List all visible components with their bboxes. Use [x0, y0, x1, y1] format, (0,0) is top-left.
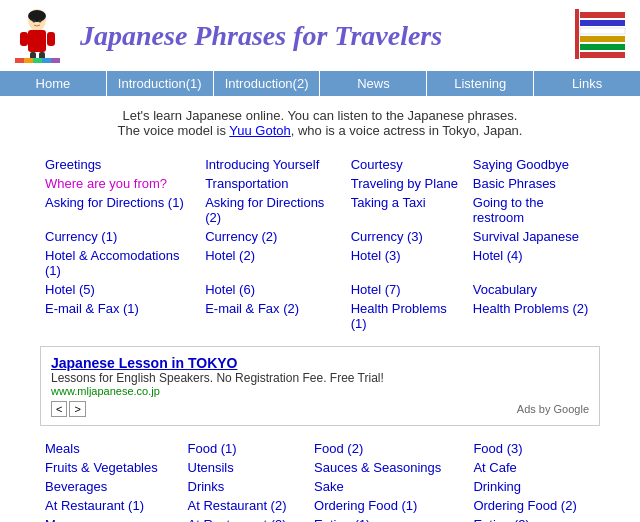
- ad-title[interactable]: Japanese Lesson in TOKYO: [51, 355, 589, 371]
- main-link-cell: Greetings: [40, 155, 200, 174]
- main-link[interactable]: Hotel (5): [45, 282, 95, 297]
- main-link[interactable]: Traveling by Plane: [351, 176, 458, 191]
- voice-actress-link[interactable]: Yuu Gotoh: [229, 123, 290, 138]
- main-link[interactable]: Hotel (6): [205, 282, 255, 297]
- main-link[interactable]: Greetings: [45, 157, 101, 172]
- main-link[interactable]: Hotel & Accomodations (1): [45, 248, 179, 278]
- food-link[interactable]: Sake: [314, 479, 344, 494]
- food-links-table: MealsFood (1)Food (2)Food (3)Fruits & Ve…: [40, 439, 600, 522]
- main-link[interactable]: Hotel (4): [473, 248, 523, 263]
- main-link[interactable]: Health Problems (1): [351, 301, 447, 331]
- main-link-cell: Basic Phrases: [468, 174, 600, 193]
- food-link-cell: Food (2): [309, 439, 468, 458]
- table-row: Where are you from?TransportationTraveli…: [40, 174, 600, 193]
- food-link-cell: Ordering Food (1): [309, 496, 468, 515]
- main-link[interactable]: Courtesy: [351, 157, 403, 172]
- main-link-cell: Hotel (6): [200, 280, 346, 299]
- nav-news[interactable]: News: [320, 71, 427, 96]
- main-link-cell: Survival Japanese: [468, 227, 600, 246]
- svg-point-6: [28, 10, 46, 22]
- food-link-cell: Menu: [40, 515, 183, 522]
- main-link-cell: Hotel & Accomodations (1): [40, 246, 200, 280]
- food-link[interactable]: Ordering Food (2): [473, 498, 576, 513]
- main-link[interactable]: Hotel (7): [351, 282, 401, 297]
- main-link[interactable]: Basic Phrases: [473, 176, 556, 191]
- main-link[interactable]: Currency (1): [45, 229, 117, 244]
- svg-rect-1: [28, 30, 46, 52]
- ad-navigation[interactable]: < >: [51, 401, 86, 417]
- main-link-cell: Saying Goodbye: [468, 155, 600, 174]
- table-row: E-mail & Fax (1)E-mail & Fax (2)Health P…: [40, 299, 600, 333]
- food-link[interactable]: Sauces & Seasonings: [314, 460, 441, 475]
- table-row: GreetingsIntroducing YourselfCourtesySay…: [40, 155, 600, 174]
- food-link[interactable]: Beverages: [45, 479, 107, 494]
- nav-introduction2[interactable]: Introduction(2): [214, 71, 321, 96]
- main-link[interactable]: Where are you from?: [45, 176, 167, 191]
- food-link[interactable]: Drinks: [188, 479, 225, 494]
- main-links-section: GreetingsIntroducing YourselfCourtesySay…: [0, 150, 640, 338]
- main-link[interactable]: Hotel (3): [351, 248, 401, 263]
- nav-listening[interactable]: Listening: [427, 71, 534, 96]
- food-link[interactable]: Menu: [45, 517, 78, 522]
- main-link[interactable]: Introducing Yourself: [205, 157, 319, 172]
- svg-rect-17: [580, 20, 625, 26]
- main-link[interactable]: Saying Goodbye: [473, 157, 569, 172]
- food-link[interactable]: Eating (2): [473, 517, 529, 522]
- food-link-cell: Sauces & Seasonings: [309, 458, 468, 477]
- main-link-cell: Introducing Yourself: [200, 155, 346, 174]
- table-row: Hotel & Accomodations (1)Hotel (2)Hotel …: [40, 246, 600, 280]
- food-link[interactable]: Drinking: [473, 479, 521, 494]
- food-link[interactable]: At Restaurant (1): [45, 498, 144, 513]
- ad-next-button[interactable]: >: [69, 401, 85, 417]
- ad-url: www.mljapanese.co.jp: [51, 385, 589, 397]
- main-link[interactable]: E-mail & Fax (2): [205, 301, 299, 316]
- nav-home[interactable]: Home: [0, 71, 107, 96]
- food-link[interactable]: Utensils: [188, 460, 234, 475]
- food-links-section: MealsFood (1)Food (2)Food (3)Fruits & Ve…: [0, 434, 640, 522]
- nav-links[interactable]: Links: [534, 71, 640, 96]
- main-link-cell: E-mail & Fax (1): [40, 299, 200, 333]
- svg-rect-3: [47, 32, 55, 46]
- main-link[interactable]: Hotel (2): [205, 248, 255, 263]
- main-link[interactable]: Going to the restroom: [473, 195, 544, 225]
- food-link[interactable]: At Restaurant (3): [188, 517, 287, 522]
- food-link[interactable]: Eating (1): [314, 517, 370, 522]
- main-link[interactable]: Vocabulary: [473, 282, 537, 297]
- food-link[interactable]: At Restaurant (2): [188, 498, 287, 513]
- food-link[interactable]: At Cafe: [473, 460, 516, 475]
- main-link-cell: Traveling by Plane: [346, 174, 468, 193]
- navigation-bar[interactable]: Home Introduction(1) Introduction(2) New…: [0, 71, 640, 96]
- main-link[interactable]: Health Problems (2): [473, 301, 589, 316]
- food-link[interactable]: Ordering Food (1): [314, 498, 417, 513]
- ads-by-google-label: Ads by Google: [517, 403, 589, 415]
- nav-introduction1[interactable]: Introduction(1): [107, 71, 214, 96]
- table-row: Hotel (5)Hotel (6)Hotel (7)Vocabulary: [40, 280, 600, 299]
- main-link[interactable]: Asking for Directions (2): [205, 195, 324, 225]
- main-link[interactable]: Currency (3): [351, 229, 423, 244]
- main-link[interactable]: Asking for Directions (1): [45, 195, 184, 210]
- main-link[interactable]: Taking a Taxi: [351, 195, 426, 210]
- svg-point-8: [39, 20, 42, 23]
- main-link[interactable]: E-mail & Fax (1): [45, 301, 139, 316]
- table-row: MealsFood (1)Food (2)Food (3): [40, 439, 600, 458]
- page-title: Japanese Phrases for Travelers: [80, 20, 570, 52]
- main-link-cell: Asking for Directions (1): [40, 193, 200, 227]
- ad-prev-button[interactable]: <: [51, 401, 67, 417]
- svg-rect-21: [580, 52, 625, 58]
- svg-rect-14: [51, 58, 60, 63]
- doll-icon: [10, 8, 65, 63]
- food-link[interactable]: Food (2): [314, 441, 363, 456]
- main-link[interactable]: Transportation: [205, 176, 288, 191]
- main-link-cell: Hotel (4): [468, 246, 600, 280]
- main-link[interactable]: Survival Japanese: [473, 229, 579, 244]
- food-link-cell: At Restaurant (1): [40, 496, 183, 515]
- main-link-cell: Hotel (5): [40, 280, 200, 299]
- main-link[interactable]: Currency (2): [205, 229, 277, 244]
- food-link[interactable]: Food (1): [188, 441, 237, 456]
- food-link[interactable]: Meals: [45, 441, 80, 456]
- food-link[interactable]: Fruits & Vegetables: [45, 460, 158, 475]
- food-link[interactable]: Food (3): [473, 441, 522, 456]
- advertisement-box: Japanese Lesson in TOKYO Lessons for Eng…: [40, 346, 600, 426]
- main-link-cell: Vocabulary: [468, 280, 600, 299]
- main-link-cell: Health Problems (2): [468, 299, 600, 333]
